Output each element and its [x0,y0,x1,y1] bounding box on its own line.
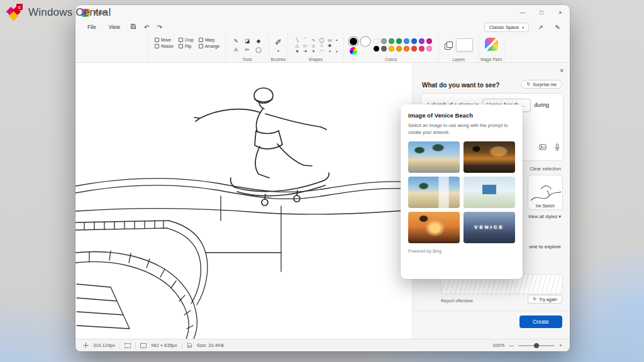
report-offensive-link[interactable]: Report offensive [441,299,473,303]
move-button[interactable]: Move [155,38,174,42]
shape-diamond[interactable]: ◇ [310,43,317,48]
arrange-button[interactable]: Arrange [199,44,219,48]
paint-window: Paint — □ × File View ↶ ↷ Class [75,5,570,351]
clear-selection-link[interactable]: Clear selection [530,166,561,172]
venice-image-boardwalk-palms[interactable] [408,141,460,173]
window-controls: — □ × [513,5,570,20]
palette-color[interactable] [411,38,417,44]
view-all-styles-link[interactable]: View all styles ▾ [528,214,561,219]
palette-color[interactable] [426,46,432,52]
zoom-slider[interactable] [518,345,555,346]
venice-image-lifeguard-tower[interactable] [464,177,515,208]
warp-button[interactable]: Warp [199,38,219,42]
shapes-group: ╲ ⌒ ∿ ◯ ▭ △ ▷ ◇ ☆ ✚ ♥ ➔ ✶ ◠ × [287,34,343,62]
undo-button[interactable]: ↶ [141,24,152,31]
panel-close-button[interactable]: × [560,67,564,74]
drawing-canvas[interactable] [75,63,413,339]
palette-color[interactable] [374,38,379,44]
divider [182,343,182,349]
surprise-me-button[interactable]: ↻ Surprise me [521,80,562,89]
shape-arrow[interactable]: ➔ [302,48,309,54]
prompt-media-actions [539,143,561,151]
color2-swatch[interactable] [362,38,369,45]
microphone-icon[interactable] [553,143,561,151]
palette-color[interactable] [389,38,394,44]
minimize-button[interactable]: — [513,5,532,20]
brushes-label: Brushes [269,57,287,62]
venice-image-sunset-palms[interactable] [408,212,460,243]
shape-rectangle[interactable]: ▭ [326,37,333,43]
save-button[interactable] [127,23,140,31]
flip-button[interactable]: Flip [179,44,194,48]
crop-button[interactable]: Crop [179,38,194,42]
magic-paint-group: Magic Paint [479,34,504,62]
zoom-controls: 100% — + [492,343,562,348]
shape-star[interactable]: ☆ [318,43,325,48]
zoom-out-button[interactable]: — [509,343,514,348]
file-menu[interactable]: File [82,22,102,32]
chevron-down-icon[interactable]: ▾ [277,48,279,53]
brush-tool[interactable]: ✐ [275,37,282,48]
menubar-right: Classic Space ▾ ↗ ✎ [484,23,564,32]
view-menu[interactable]: View [103,22,126,32]
palette-color[interactable] [396,46,402,52]
pencil-tool[interactable]: ✎ [231,37,240,45]
shape-wave[interactable]: ∿ [310,37,317,43]
picker-tool[interactable]: ✏ [243,46,252,54]
feedback-button[interactable]: ✎ [552,24,564,31]
palette-color[interactable] [396,38,402,44]
palette-color[interactable] [426,38,432,44]
color-wheel-icon[interactable] [350,47,357,55]
eraser-tool[interactable]: ◪ [243,37,252,45]
fill-tool[interactable]: ◆ [254,37,263,45]
windows-central-logo: c [6,4,23,21]
layers-icon[interactable] [445,41,452,49]
palette-color[interactable] [381,46,387,52]
try-again-button[interactable]: ↻ Try again [528,295,562,304]
close-button[interactable]: × [551,5,570,20]
style-space-value: Classic Space [489,25,519,30]
shape-burst[interactable]: ✶ [310,48,317,54]
venice-image-beach-path[interactable] [408,177,460,208]
add-image-icon[interactable] [539,143,547,151]
shape-heart[interactable]: ♥ [294,48,301,54]
palette-color[interactable] [411,46,417,52]
resize-button[interactable]: Resize [155,44,174,48]
shape-curve[interactable]: ⌒ [302,37,309,43]
shape-x[interactable]: × [326,48,333,54]
titlebar[interactable]: Paint — □ × [75,5,570,20]
zoom-in-button[interactable]: + [559,343,562,348]
palette-color[interactable] [374,46,379,52]
text-tool[interactable]: A [231,46,240,54]
shape-arc[interactable]: ◠ [318,48,325,54]
palette-color[interactable] [404,38,409,44]
zoom-slider-thumb[interactable] [534,343,539,348]
style-card-ink-sketch[interactable]: Ink Sketch [528,175,563,210]
palette-color[interactable] [419,38,425,44]
shapes-scroll-down[interactable]: ▾ [336,50,338,53]
shapes-scroll-up[interactable]: ▴ [336,38,338,41]
palette-color[interactable] [389,46,394,52]
venice-image-sign-dusk[interactable]: VENICE [464,212,515,243]
redo-button[interactable]: ↷ [153,24,165,31]
shape-right-triangle[interactable]: ▷ [302,43,309,48]
color1-swatch[interactable] [350,38,357,45]
shape-cross[interactable]: ✚ [326,43,333,48]
shape-ellipse[interactable]: ◯ [318,37,325,43]
warp-icon [199,38,203,42]
palette-color[interactable] [419,46,425,52]
share-button[interactable]: ↗ [535,24,546,31]
palette-color[interactable] [404,46,409,52]
divider [413,310,570,311]
shape-line[interactable]: ╲ [294,37,301,43]
shape-triangle[interactable]: △ [294,43,301,48]
layer-thumbnail[interactable] [456,38,473,52]
magnifier-tool[interactable]: ◯ [254,46,263,54]
style-space-dropdown[interactable]: Classic Space ▾ [484,23,530,32]
maximize-button[interactable]: □ [532,5,551,20]
venice-image-skatepark-night[interactable] [464,141,515,173]
create-button[interactable]: Create [519,315,562,328]
magic-paint-icon[interactable] [485,38,498,51]
palette-color[interactable] [381,38,387,44]
file-size-icon [187,343,192,348]
